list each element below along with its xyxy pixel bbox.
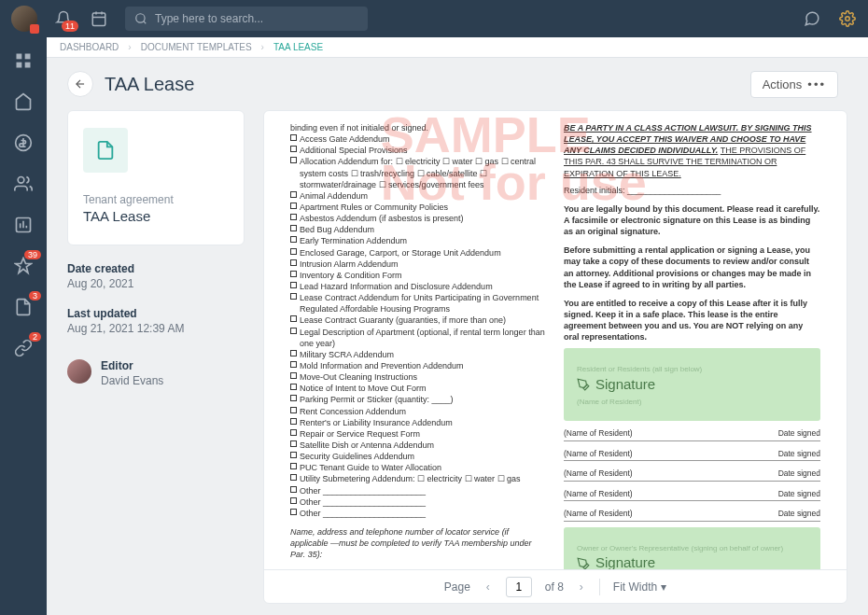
- checklist-item: Mold Information and Prevention Addendum: [290, 360, 547, 371]
- checklist-item: Asbestos Addendum (if asbestos is presen…: [290, 213, 547, 224]
- addendum-checklist: Access Gate AddendumAdditional Special P…: [290, 133, 547, 519]
- svg-rect-0: [92, 13, 105, 26]
- user-avatar[interactable]: [11, 6, 37, 32]
- editor-name: David Evans: [101, 374, 163, 387]
- checklist-item: Other ______________________: [290, 508, 547, 519]
- search-input[interactable]: [155, 12, 358, 25]
- checklist-item: Early Termination Addendum: [290, 235, 547, 246]
- checklist-item: Allocation Addendum for: ☐ electricity ☐…: [290, 156, 547, 189]
- notifications-icon[interactable]: 11: [54, 9, 73, 28]
- page-input[interactable]: [506, 577, 532, 597]
- checklist-item: Rent Concession Addendum: [290, 406, 547, 417]
- created-label: Date created: [67, 262, 245, 275]
- notification-badge: 11: [62, 21, 78, 32]
- svg-point-4: [136, 14, 145, 22]
- checklist-item: Legal Description of Apartment (optional…: [290, 327, 547, 349]
- breadcrumb-item-active[interactable]: TAA LEASE: [273, 42, 323, 52]
- checklist-item: Military SCRA Addendum: [290, 349, 547, 360]
- signature-icon: [577, 557, 590, 570]
- nav-home-icon[interactable]: [13, 91, 34, 112]
- nav-reports-icon[interactable]: [13, 215, 34, 235]
- checklist-item: Enclosed Garage, Carport, or Storage Uni…: [290, 247, 547, 259]
- checklist-item: Move-Out Cleaning Instructions: [290, 371, 547, 383]
- svg-rect-10: [25, 63, 31, 68]
- arrow-left-icon: [74, 77, 87, 91]
- back-button[interactable]: [67, 71, 93, 97]
- checklist-item: Bed Bug Addendum: [290, 224, 547, 235]
- checklist-item: Utility Submetering Addendum: ☐ electric…: [290, 473, 547, 484]
- signature-field-resident[interactable]: Resident or Residents (all sign below) S…: [564, 348, 820, 421]
- page-title: TAA Lease: [105, 74, 750, 95]
- svg-point-12: [18, 177, 24, 184]
- breadcrumb-item[interactable]: DOCUMENT TEMPLATES: [141, 42, 252, 52]
- doc-name: TAA Lease: [83, 208, 229, 224]
- svg-rect-9: [17, 63, 22, 68]
- svg-point-6: [846, 17, 850, 21]
- checklist-item: Lead Hazard Information and Disclosure A…: [290, 281, 547, 292]
- more-dots-icon: •••: [807, 77, 826, 91]
- document-viewer: SAMPLE Not for use binding even if not i…: [263, 110, 847, 604]
- editor-label: Editor: [101, 359, 163, 372]
- checklist-item: Other ______________________: [290, 496, 547, 508]
- checklist-item: Renter's or Liability Insurance Addendum: [290, 417, 547, 428]
- svg-rect-7: [17, 54, 22, 60]
- search-box[interactable]: [125, 7, 368, 31]
- checklist-item: PUC Tenant Guide to Water Allocation: [290, 462, 547, 473]
- page-prev-button[interactable]: ‹: [483, 580, 493, 594]
- document-page[interactable]: SAMPLE Not for use binding even if not i…: [264, 111, 847, 569]
- nav-people-icon[interactable]: [13, 174, 34, 194]
- checklist-item: Inventory & Condition Form: [290, 270, 547, 281]
- calendar-icon[interactable]: [90, 9, 108, 28]
- checklist-item: Intrusion Alarm Addendum: [290, 259, 547, 270]
- search-icon: [134, 12, 147, 25]
- checklist-item: Apartment Rules or Community Policies: [290, 202, 547, 213]
- pager: Page ‹ of 8 › Fit Width ▾: [264, 569, 847, 603]
- nav-link-icon[interactable]: 2: [13, 338, 34, 358]
- actions-button[interactable]: Actions •••: [750, 71, 838, 98]
- checklist-item: Satellite Dish or Antenna Addendum: [290, 440, 547, 451]
- page-next-button[interactable]: ›: [577, 580, 586, 594]
- updated-label: Last updated: [67, 307, 245, 320]
- signature-icon: [577, 378, 590, 391]
- svg-line-5: [144, 21, 147, 24]
- document-type-icon: [83, 128, 128, 173]
- nav-finance-icon[interactable]: [13, 133, 34, 153]
- signature-field-owner[interactable]: Owner or Owner's Representative (signing…: [564, 527, 820, 569]
- checklist-item: Repair or Service Request Form: [290, 428, 547, 440]
- editor-avatar: [67, 359, 91, 384]
- updated-value: Aug 21, 2021 12:39 AM: [67, 322, 245, 335]
- nav-pin-icon[interactable]: 39: [13, 256, 34, 276]
- checklist-item: Security Guidelines Addendum: [290, 451, 547, 462]
- settings-icon[interactable]: [838, 9, 857, 28]
- checklist-item: Animal Addendum: [290, 190, 547, 202]
- checklist-item: Lease Contract Guaranty (guaranties, if …: [290, 314, 547, 326]
- checklist-item: Additional Special Provisions: [290, 145, 547, 156]
- checklist-item: Notice of Intent to Move Out Form: [290, 383, 547, 394]
- zoom-fit-select[interactable]: Fit Width ▾: [613, 580, 666, 594]
- svg-rect-8: [25, 54, 31, 60]
- nav-apps-icon[interactable]: [13, 50, 34, 71]
- checklist-item: Access Gate Addendum: [290, 133, 547, 145]
- checklist-item: Parking Permit or Sticker (quantity: ___…: [290, 394, 547, 405]
- breadcrumb-item[interactable]: DASHBOARD: [60, 42, 119, 52]
- chat-icon[interactable]: [803, 9, 821, 28]
- checklist-item: Other ______________________: [290, 485, 547, 496]
- breadcrumb: DASHBOARD › DOCUMENT TEMPLATES › TAA LEA…: [47, 37, 868, 58]
- document-info-card: Tenant agreement TAA Lease: [67, 110, 245, 245]
- created-value: Aug 20, 2021: [67, 277, 245, 290]
- checklist-item: Lease Contract Addendum for Units Partic…: [290, 292, 547, 314]
- chevron-down-icon: ▾: [661, 580, 666, 594]
- doc-type-label: Tenant agreement: [83, 193, 229, 206]
- nav-documents-icon[interactable]: 3: [13, 297, 34, 317]
